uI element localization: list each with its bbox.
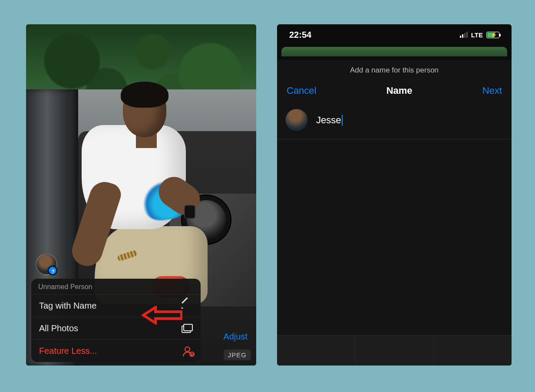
menu-item-label: Tag with Name — [39, 301, 96, 311]
menu-header: Unnamed Person — [31, 279, 201, 294]
detected-face-thumbnail[interactable]: ? — [36, 254, 57, 275]
sheet-subtitle: Add a name for this person — [277, 60, 512, 82]
menu-item-label: Feature Less... — [39, 346, 97, 356]
sheet-title: Name — [386, 85, 413, 96]
name-input[interactable]: Jesse — [316, 115, 341, 126]
avatar — [285, 109, 308, 132]
battery-icon: ⚡ — [486, 32, 499, 38]
menu-item-all-photos[interactable]: All Photos — [31, 317, 201, 339]
next-button[interactable]: Next — [482, 85, 502, 96]
menu-item-label: All Photos — [39, 323, 78, 333]
cancel-button[interactable]: Cancel — [287, 85, 316, 96]
text-caret — [342, 115, 343, 126]
left-phone-screenshot: ? Unnamed Person Tag with Name All Photo… — [26, 24, 256, 366]
keyboard-suggestion-bar[interactable] — [277, 335, 512, 366]
network-label: LTE — [471, 31, 483, 39]
sheet-nav: Cancel Name Next — [277, 82, 512, 104]
adjust-button[interactable]: Adjust — [223, 332, 248, 342]
pencil-icon — [181, 301, 193, 311]
stack-icon — [181, 324, 193, 333]
status-bar: 22:54 LTE ⚡ — [277, 24, 512, 45]
right-phone-screenshot: 22:54 LTE ⚡ Add a name for this person C… — [277, 24, 512, 366]
name-sheet: Add a name for this person Cancel Name N… — [277, 60, 512, 366]
photo-peek-strip — [281, 47, 507, 56]
menu-item-tag-with-name[interactable]: Tag with Name — [31, 294, 201, 317]
menu-item-feature-less[interactable]: Feature Less... — [31, 339, 201, 362]
signal-icon — [460, 32, 468, 38]
person-context-menu: Unnamed Person Tag with Name All Photos … — [31, 279, 201, 362]
unknown-person-badge: ? — [50, 269, 56, 275]
person-slash-icon — [182, 346, 193, 356]
photo-person — [77, 72, 216, 285]
name-input-row: Jesse — [277, 104, 512, 139]
status-time: 22:54 — [289, 30, 311, 40]
format-badge: JPEG — [224, 349, 251, 360]
